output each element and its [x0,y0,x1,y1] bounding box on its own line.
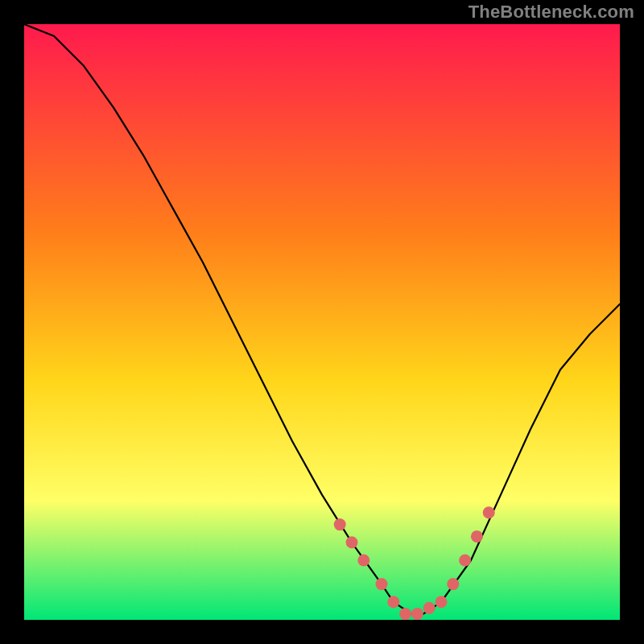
green-band [24,572,620,620]
marker-dot [471,530,483,543]
marker-dot [483,506,495,518]
bottleneck-chart [0,0,644,644]
marker-dot [459,555,471,567]
gradient-background [24,24,620,620]
marker-dot [346,536,358,548]
marker-dot [334,518,346,530]
marker-dot [376,578,388,590]
marker-dot [447,578,459,590]
marker-dot [436,596,448,608]
marker-dot [387,596,399,608]
marker-dot [399,608,411,620]
marker-dot [411,608,423,620]
chart-frame: TheBottleneck.com [0,0,644,644]
watermark-label: TheBottleneck.com [469,2,634,23]
marker-dot [423,602,436,614]
marker-dot [357,555,369,567]
